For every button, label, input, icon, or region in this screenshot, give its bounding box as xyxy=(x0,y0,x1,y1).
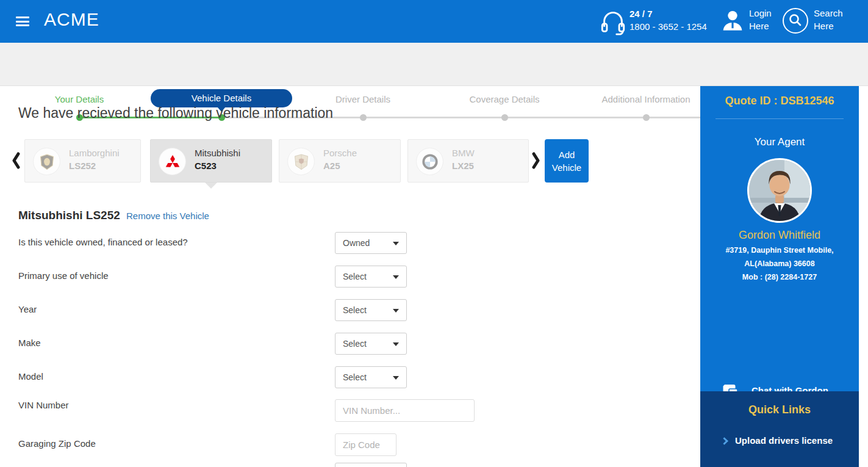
top-header: ACME 24 / 7 1800 - 3652 - 1254 LoginHere… xyxy=(0,0,868,43)
vehicle-card-porsche[interactable]: Porsche A25 xyxy=(279,139,401,183)
make-select[interactable]: Select xyxy=(335,333,407,355)
selected-vehicle-title: Mitsubhishi LS252 xyxy=(18,209,120,222)
carousel-left-arrow-icon[interactable] xyxy=(11,151,21,170)
field-label-make: Make xyxy=(18,338,41,348)
search-link[interactable]: SearchHere xyxy=(814,7,843,32)
page-title: We have recieved the following vehicle i… xyxy=(18,105,333,121)
add-vehicle-button[interactable]: Add Vehicle xyxy=(545,139,589,183)
model-select-value: Select xyxy=(343,372,367,382)
step-driver-details[interactable]: Driver Details xyxy=(335,94,390,104)
year-select-value: Select xyxy=(343,305,367,315)
agent-sidebar: Quote ID : DSB12546 Your Agent Gordon Wh… xyxy=(700,86,859,391)
agent-address-line2: AL(Alabama) 36608 xyxy=(700,259,859,268)
agent-name: Gordon Whitfield xyxy=(700,229,859,242)
your-agent-title: Your Agent xyxy=(700,136,859,148)
chevron-down-icon xyxy=(393,376,399,380)
login-link[interactable]: LoginHere xyxy=(749,7,772,32)
field-label-year: Year xyxy=(18,304,37,314)
vehicle-card-lamborghini[interactable]: Lamborghini LS252 xyxy=(24,139,141,183)
headset-icon xyxy=(599,8,627,36)
ownership-select-value: Owned xyxy=(343,238,370,248)
garaging-zip-input[interactable] xyxy=(335,433,396,456)
chevron-down-icon xyxy=(393,242,399,245)
chevron-down-icon xyxy=(393,309,399,313)
quote-id: Quote ID : DSB12546 xyxy=(700,95,859,107)
year-select[interactable]: Select xyxy=(335,299,407,321)
primary-use-select-value: Select xyxy=(343,272,367,281)
chevron-down-icon xyxy=(393,275,399,279)
step-additional-information[interactable]: Additional Information xyxy=(601,94,690,104)
agent-mobile: Mob : (28) 2284-1727 xyxy=(700,273,859,281)
vin-number-input[interactable] xyxy=(335,399,475,422)
step-dot xyxy=(360,114,367,121)
partial-next-field[interactable] xyxy=(335,463,407,467)
field-label-model: Model xyxy=(18,371,43,382)
agent-avatar xyxy=(747,158,812,223)
upload-drivers-license-link[interactable]: Upload drivers license xyxy=(735,435,833,446)
search-icon[interactable] xyxy=(783,8,808,34)
step-dot xyxy=(643,114,650,121)
selected-card-pointer xyxy=(205,183,217,189)
mitsubishi-logo-icon xyxy=(159,148,186,175)
field-label-zip: Garaging Zip Code xyxy=(18,438,96,449)
step-coverage-details[interactable]: Coverage Details xyxy=(469,94,539,104)
vehicle-card-mitsubhishi-selected[interactable]: Mitsubhishi C523 xyxy=(150,139,272,183)
chevron-down-icon xyxy=(393,342,399,346)
primary-use-select[interactable]: Select xyxy=(335,266,407,288)
remove-vehicle-link[interactable]: Remove this Vehicle xyxy=(126,211,209,221)
model-select[interactable]: Select xyxy=(335,366,407,388)
quick-links-panel: Quick Links Upload drivers license xyxy=(700,391,859,467)
ownership-select[interactable]: Owned xyxy=(335,232,407,254)
support-phone-number: 1800 - 3652 - 1254 xyxy=(629,20,707,33)
make-select-value: Select xyxy=(343,339,367,349)
hamburger-menu-icon[interactable] xyxy=(16,16,29,26)
chevron-right-icon xyxy=(720,437,728,445)
carousel-right-arrow-icon[interactable] xyxy=(531,151,541,170)
step-your-details[interactable]: Your Details xyxy=(55,94,104,104)
brand-logo[interactable]: ACME xyxy=(44,9,99,30)
field-label-ownership: Is this vehicle owned, financed or lease… xyxy=(18,237,188,247)
progress-stepper: Your Details Vehicle Details Driver Deta… xyxy=(0,43,868,86)
bmw-logo-icon xyxy=(416,148,443,175)
step-dot xyxy=(501,114,508,121)
support-availability: 24 / 7 xyxy=(629,7,653,20)
agent-address-line1: #3719, Dauphin Street Mobile, xyxy=(700,246,859,255)
field-label-vin: VIN Number xyxy=(18,400,69,410)
quick-links-title: Quick Links xyxy=(700,404,859,416)
vehicle-card-bmw[interactable]: BMW LX25 xyxy=(407,139,529,183)
porsche-logo-icon xyxy=(287,148,315,175)
field-label-primary-use: Primary use of vehicle xyxy=(18,270,109,281)
lamborghini-logo-icon xyxy=(33,148,60,175)
divider xyxy=(716,118,844,119)
login-user-icon[interactable] xyxy=(720,8,745,34)
